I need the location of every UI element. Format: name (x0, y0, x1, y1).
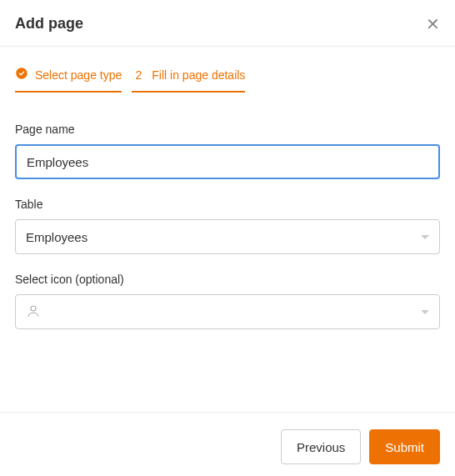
close-button[interactable]: ✕ (426, 16, 440, 33)
footer-divider (0, 412, 455, 413)
field-icon: Select icon (optional) (15, 273, 440, 329)
modal-content: Select page type 2 Fill in page details … (0, 47, 455, 329)
modal-header: Add page ✕ (0, 0, 455, 46)
step-label: Select page type (35, 68, 122, 82)
page-name-input[interactable] (15, 144, 440, 179)
chevron-down-icon (421, 235, 429, 239)
icon-label: Select icon (optional) (15, 273, 440, 286)
step-number: 2 (132, 68, 145, 82)
table-select[interactable]: Employees (15, 219, 440, 254)
modal-footer: Previous Submit (281, 429, 440, 464)
table-label: Table (15, 198, 440, 211)
table-selected-value: Employees (26, 230, 88, 244)
modal-title: Add page (15, 15, 83, 33)
user-icon (26, 303, 41, 321)
chevron-down-icon (421, 310, 429, 314)
icon-select[interactable] (15, 294, 440, 329)
close-icon: ✕ (426, 15, 440, 33)
previous-button[interactable]: Previous (281, 429, 361, 464)
page-name-label: Page name (15, 123, 440, 136)
wizard-steps: Select page type 2 Fill in page details (15, 67, 440, 93)
step-label: Fill in page details (152, 68, 245, 82)
svg-point-0 (31, 306, 36, 311)
check-circle-icon (15, 67, 28, 83)
field-table: Table Employees (15, 198, 440, 254)
step-select-page-type[interactable]: Select page type (15, 67, 122, 93)
submit-button[interactable]: Submit (369, 429, 440, 464)
field-page-name: Page name (15, 123, 440, 179)
step-fill-in-page-details[interactable]: 2 Fill in page details (132, 67, 245, 93)
